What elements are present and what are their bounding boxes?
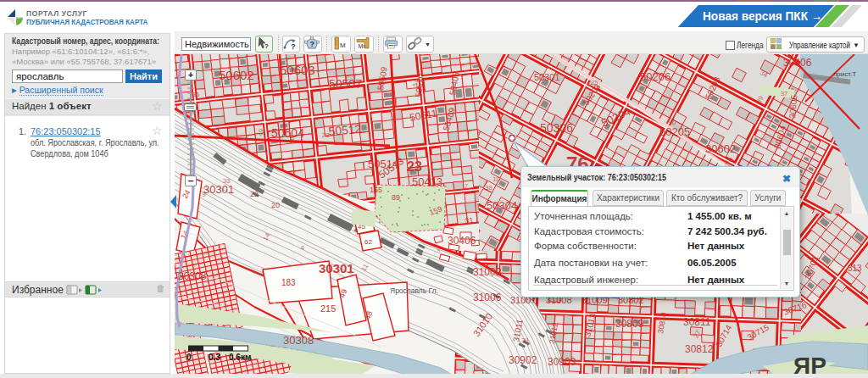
svg-text:30301: 30301	[203, 183, 234, 196]
svg-text:50306: 50306	[540, 121, 573, 135]
svg-text:30602: 30602	[705, 142, 736, 155]
svg-text:50304: 50304	[487, 199, 517, 212]
svg-text:10: 10	[492, 175, 500, 183]
svg-text:37: 37	[781, 90, 788, 97]
svg-text:50512: 50512	[328, 122, 362, 138]
svg-text:50206: 50206	[640, 70, 670, 83]
svg-text:50604: 50604	[271, 126, 304, 140]
svg-text:50507: 50507	[329, 77, 362, 91]
svg-text:28: 28	[322, 131, 330, 139]
svg-text:30406: 30406	[783, 57, 812, 69]
svg-text:ЯР: ЯР	[793, 353, 826, 374]
svg-text:25: 25	[591, 79, 598, 86]
svg-text:30301: 30301	[319, 261, 354, 275]
svg-text:30903: 30903	[548, 356, 576, 368]
svg-text:20: 20	[725, 156, 732, 164]
svg-text:50602: 50602	[219, 68, 254, 82]
svg-text:50205: 50205	[659, 125, 690, 138]
svg-text:183: 183	[281, 278, 296, 287]
svg-text:50301: 50301	[534, 72, 560, 82]
svg-text:30809: 30809	[615, 318, 644, 330]
svg-text:30308: 30308	[283, 334, 314, 347]
svg-text:Ярославль Гл.: Ярославль Гл.	[390, 286, 438, 295]
svg-text:М: М	[340, 42, 346, 49]
svg-text:155: 155	[370, 186, 382, 194]
svg-text:М²: М²	[359, 43, 366, 49]
svg-text:38: 38	[485, 184, 492, 192]
svg-text:31006: 31006	[473, 292, 502, 303]
svg-text:4: 4	[301, 244, 305, 252]
svg-text:31002: 31002	[473, 266, 502, 278]
svg-text:?: ?	[310, 40, 315, 48]
svg-text:30308: 30308	[178, 270, 207, 282]
svg-text:23: 23	[407, 159, 422, 174]
svg-text:прист.Т: прист.Т	[833, 70, 856, 78]
svg-text:30406: 30406	[448, 235, 476, 247]
svg-text:50603: 50603	[280, 63, 315, 77]
svg-text:215: 215	[320, 303, 336, 314]
svg-text:9: 9	[291, 136, 295, 143]
svg-text:31: 31	[465, 215, 475, 225]
svg-text:9: 9	[202, 191, 206, 198]
svg-text:?: ?	[291, 42, 296, 51]
svg-text:50514: 50514	[368, 158, 398, 170]
svg-text:39: 39	[521, 336, 529, 344]
svg-text:7: 7	[465, 182, 469, 190]
svg-text:20: 20	[271, 201, 280, 209]
svg-text:313: 313	[848, 264, 862, 273]
svg-text:33: 33	[223, 177, 231, 185]
svg-text:22: 22	[250, 190, 259, 198]
svg-text:30811: 30811	[683, 316, 711, 328]
svg-text:50413: 50413	[412, 175, 442, 188]
svg-text:62: 62	[364, 238, 372, 246]
svg-text:39: 39	[392, 193, 400, 202]
svg-text:?: ?	[264, 42, 269, 50]
svg-text:30902: 30902	[509, 354, 537, 366]
svg-text:30812: 30812	[685, 343, 714, 355]
